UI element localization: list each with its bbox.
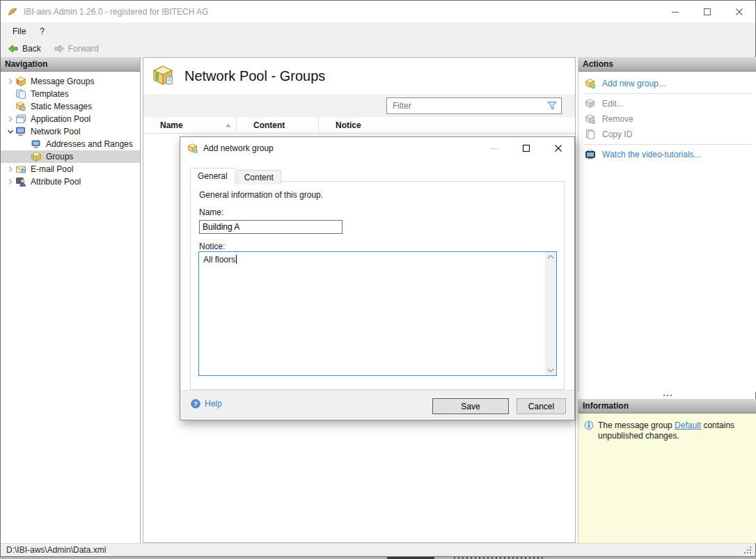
- separator: [584, 144, 751, 145]
- column-header-content[interactable]: Content: [237, 117, 319, 133]
- filter-input[interactable]: [387, 98, 546, 113]
- dialog-title: Add network group: [203, 143, 274, 153]
- dialog-description: General information of this group.: [199, 190, 556, 200]
- static-messages-icon: [15, 101, 26, 112]
- default-group-link[interactable]: Default: [675, 420, 701, 430]
- text-caret: [236, 255, 237, 264]
- edit-icon: [585, 98, 596, 109]
- sidebar-item-label: E-mail Pool: [31, 164, 73, 174]
- remove-label: Remove: [602, 114, 633, 124]
- dialog-close-button[interactable]: [542, 137, 574, 159]
- sidebar-item-templates[interactable]: Templates: [1, 88, 140, 100]
- copy-id-label: Copy ID: [602, 129, 632, 139]
- back-button[interactable]: Back: [4, 42, 45, 56]
- general-tab-panel: General information of this group. Name:…: [190, 181, 565, 390]
- data-file-path: D:\IBI-aws\Admin\Data.xml: [6, 545, 106, 555]
- sidebar-item-network-pool[interactable]: Network Pool: [1, 125, 140, 138]
- filter-box: [386, 97, 562, 114]
- sidebar-item-label: Groups: [46, 152, 73, 162]
- chevron-down-icon[interactable]: [6, 128, 15, 135]
- dialog-minimize-button: [478, 137, 510, 159]
- network-pool-icon: [15, 126, 26, 137]
- maximize-button[interactable]: [691, 1, 723, 22]
- watch-tutorials-action[interactable]: Watch the video-tutorials...: [578, 147, 756, 162]
- notice-scrollbar[interactable]: [545, 252, 556, 375]
- sidebar-item-attribute-pool[interactable]: Attribute Pool: [1, 175, 140, 188]
- remove-action: Remove: [578, 111, 756, 127]
- sidebar-item-label: Message Groups: [31, 77, 94, 86]
- notice-field[interactable]: All floors: [198, 251, 557, 376]
- minimize-button[interactable]: [659, 1, 691, 22]
- sidebar-item-email-pool[interactable]: E-mail Pool: [1, 163, 140, 175]
- information-body: The message group Default contains unpub…: [578, 414, 756, 543]
- scroll-up-icon[interactable]: [546, 254, 555, 260]
- actions-header: Actions: [578, 57, 756, 72]
- column-header-notice[interactable]: Notice: [319, 117, 575, 133]
- maximize-icon: [521, 143, 531, 153]
- add-group-icon: [585, 78, 596, 89]
- save-button[interactable]: Save: [432, 398, 509, 414]
- sidebar-item-static-messages[interactable]: Static Messages: [1, 100, 140, 113]
- separator: [584, 93, 751, 94]
- copy-id-action: Copy ID: [578, 127, 756, 142]
- navigation-tree: Message Groups Templates: [1, 72, 140, 188]
- filter-funnel-icon[interactable]: [546, 100, 558, 111]
- sidebar-item-groups[interactable]: Groups: [1, 150, 140, 163]
- video-tutorials-icon: [585, 149, 596, 160]
- menu-help[interactable]: ?: [33, 24, 52, 39]
- remove-icon: [585, 113, 596, 125]
- chevron-right-icon[interactable]: [6, 166, 15, 173]
- dialog-footer: ? Help Save Cancel: [180, 390, 574, 420]
- sidebar-item-addresses-and-ranges[interactable]: Addresses and Ranges: [1, 138, 140, 150]
- svg-text:?: ?: [194, 400, 198, 407]
- add-new-group-label: Add new group...: [602, 79, 666, 88]
- menu-file[interactable]: File: [6, 24, 33, 39]
- sidebar-item-label: Attribute Pool: [31, 177, 81, 187]
- sidebar-item-label: Addresses and Ranges: [46, 139, 133, 149]
- close-button[interactable]: [723, 1, 755, 22]
- chevron-right-icon[interactable]: [6, 78, 15, 85]
- close-icon: [734, 7, 744, 17]
- navigation-header: Navigation: [1, 57, 140, 72]
- sidebar-item-message-groups[interactable]: Message Groups: [1, 75, 140, 88]
- add-new-group-action[interactable]: Add new group...: [578, 76, 756, 91]
- column-header-name[interactable]: Name: [143, 117, 237, 133]
- navigation-panel: Navigation Message Groups Templates: [1, 57, 141, 543]
- help-icon: ?: [191, 399, 200, 409]
- name-label: Name:: [199, 207, 556, 217]
- tab-general[interactable]: General: [190, 168, 235, 184]
- info-icon: [584, 420, 594, 430]
- sidebar-item-label: Templates: [31, 89, 69, 99]
- email-pool-icon: [15, 164, 26, 175]
- actions-panel: Actions Add new group... Ed: [578, 57, 756, 392]
- chevron-right-icon[interactable]: [6, 116, 15, 123]
- sidebar-item-label: Network Pool: [31, 127, 80, 136]
- name-field[interactable]: [199, 220, 342, 234]
- message-prefix: The message group: [598, 420, 675, 430]
- application-pool-icon: [15, 113, 26, 125]
- sidebar-item-label: Static Messages: [31, 102, 92, 111]
- resize-grip-icon[interactable]: [744, 546, 752, 554]
- tab-content[interactable]: Content: [237, 170, 281, 184]
- templates-icon: [15, 88, 26, 100]
- add-network-group-dialog: Add network group General Content Genera…: [180, 136, 575, 420]
- sidebar-item-application-pool[interactable]: Application Pool: [1, 113, 140, 125]
- app-logo-icon: [7, 6, 18, 17]
- window-title: IBI-aws Admin 1.26.0 - registered for IB…: [24, 7, 208, 17]
- cancel-button[interactable]: Cancel: [517, 398, 566, 414]
- help-label: Help: [205, 399, 222, 409]
- help-link[interactable]: ? Help: [191, 399, 222, 409]
- maximize-icon: [702, 7, 712, 17]
- information-message: The message group Default contains unpub…: [598, 420, 747, 543]
- statusbar: D:\IBI-aws\Admin\Data.xml: [1, 543, 755, 556]
- forward-button: Forward: [50, 42, 102, 56]
- chevron-right-icon[interactable]: [6, 178, 15, 185]
- panel-splitter[interactable]: [578, 392, 756, 399]
- dialog-maximize-button[interactable]: [510, 137, 542, 159]
- notice-value: All floors: [203, 255, 235, 265]
- attribute-pool-icon: [15, 176, 26, 187]
- minimize-icon: [670, 7, 680, 17]
- close-icon: [553, 143, 563, 153]
- scroll-down-icon[interactable]: [546, 368, 555, 373]
- network-pool-groups-icon: [152, 65, 175, 87]
